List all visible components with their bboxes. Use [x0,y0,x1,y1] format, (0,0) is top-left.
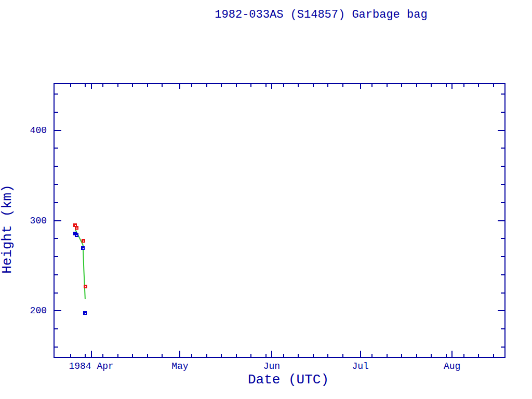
y-tick-label: 200 [0,305,47,316]
x-tick-label: Jul [319,361,402,371]
red-squares-marker [84,285,87,288]
chart-title: 1982-033AS (S14857) Garbage bag [107,8,532,22]
blue-squares-marker [83,311,87,315]
x-tick-label: May [138,361,221,371]
blue-squares-marker [75,233,78,237]
plot-area [54,83,506,358]
chart-canvas: 1982-033AS (S14857) Garbage bag Height (… [0,0,532,399]
y-axis-title: Height (km) [0,182,15,276]
x-tick-label: 1984 Apr [50,361,133,371]
red-squares-marker [75,226,78,230]
blue-squares-marker [81,246,85,250]
x-axis-title: Date (UTC) [221,372,356,388]
y-tick-label: 300 [0,215,47,227]
red-squares-marker [82,239,85,243]
x-tick-label: Jun [230,361,313,371]
green-line [55,84,504,357]
y-tick-label: 400 [0,125,47,136]
x-tick-label: Aug [410,361,494,371]
